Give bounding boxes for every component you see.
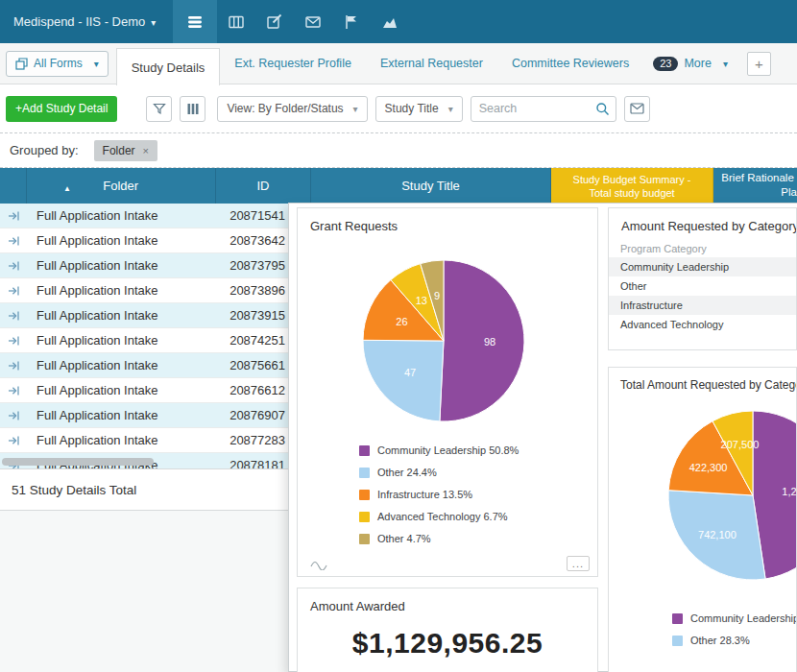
open-record-icon[interactable] <box>0 210 27 222</box>
tab-external-requester[interactable]: External Requester <box>366 43 497 84</box>
svg-text:207,500: 207,500 <box>721 439 760 450</box>
grouped-by-label: Grouped by: <box>10 143 79 157</box>
columns-button[interactable] <box>180 96 205 122</box>
compose-icon[interactable] <box>255 0 294 43</box>
funnel-icon <box>153 103 166 115</box>
tab-committee-reviewers[interactable]: Committee Reviewers <box>497 43 643 84</box>
legend-item: Advanced Technology 6.7% <box>359 511 597 522</box>
open-record-icon[interactable] <box>0 385 27 396</box>
open-record-icon[interactable] <box>0 310 27 322</box>
chart-legend: Community Leadership 47.6%Other 28.3% <box>672 612 796 646</box>
cell-folder: Full Application Intake <box>27 283 216 298</box>
cell-folder: Full Application Intake <box>27 333 216 348</box>
svg-text:742,100: 742,100 <box>698 529 737 540</box>
amount-requested-card: Amount Requested by Category Program Cat… <box>608 207 797 350</box>
open-record-icon[interactable] <box>0 360 27 372</box>
legend-swatch <box>359 534 370 544</box>
group-chip-folder[interactable]: Folder × <box>94 140 157 161</box>
tab-ext-requester-profile[interactable]: Ext. Requester Profile <box>220 43 366 84</box>
open-record-icon[interactable] <box>0 235 27 247</box>
category-row[interactable]: Infrastructure <box>609 296 796 315</box>
more-tabs-button[interactable]: 23 More <box>643 43 737 84</box>
app-window: Medispend - IIS - Demo <box>0 0 797 672</box>
forms-icon <box>15 58 28 70</box>
open-record-icon[interactable] <box>0 335 27 347</box>
category-row[interactable]: Community Leadership <box>609 257 796 276</box>
svg-text:47: 47 <box>404 367 416 378</box>
filter-button[interactable] <box>146 96 172 122</box>
chevron-down-icon <box>351 102 358 115</box>
open-record-icon[interactable] <box>0 285 27 297</box>
mail-merge-button[interactable] <box>624 96 650 122</box>
grant-requests-card: Grant Requests 984726139 Community Leade… <box>297 207 598 577</box>
remove-group-icon[interactable]: × <box>143 145 149 156</box>
total-amount-pie-chart: 1,247,500742,100422,300207,500 <box>609 396 797 591</box>
svg-text:13: 13 <box>416 295 427 306</box>
add-study-detail-button[interactable]: +Add Study Detail <box>6 96 117 122</box>
card-title: Grant Requests <box>298 208 597 239</box>
app-menu[interactable]: Medispend - IIS - Demo <box>0 0 169 43</box>
legend-item: Infrastructure 13.5% <box>359 489 597 500</box>
grid-footer: 51 Study Details Total <box>0 468 290 511</box>
header-folder[interactable]: Folder <box>27 168 216 204</box>
layout-columns-icon[interactable] <box>217 0 255 43</box>
header-id[interactable]: ID <box>216 168 312 204</box>
search-icon[interactable] <box>595 102 610 116</box>
sparkline-icon[interactable] <box>309 557 338 570</box>
chevron-down-icon <box>88 57 99 70</box>
open-record-icon[interactable] <box>0 260 27 272</box>
view-dropdown[interactable]: View: By Folder/Status <box>217 96 367 122</box>
legend-item: Other 4.7% <box>359 533 597 544</box>
cell-folder: Full Application Intake <box>27 258 216 273</box>
mail-icon[interactable] <box>294 0 332 43</box>
header-brief-rationale[interactable]: Brief Rationale Pla <box>713 168 797 204</box>
svg-text:1,247,500: 1,247,500 <box>782 486 797 497</box>
horizontal-scrollbar[interactable] <box>0 457 290 467</box>
legend-swatch <box>672 613 683 624</box>
chevron-down-icon <box>447 102 453 115</box>
search-box <box>471 96 616 122</box>
category-row[interactable]: Other <box>609 276 796 296</box>
svg-text:98: 98 <box>484 336 495 348</box>
card-title: Amount Requested by Category <box>609 208 796 239</box>
chart-legend: Community Leadership 50.8%Other 24.4%Inf… <box>359 444 597 544</box>
flag-icon[interactable] <box>332 0 371 43</box>
open-record-icon[interactable] <box>0 435 27 446</box>
chart-icon[interactable] <box>371 0 409 43</box>
top-nav-icons <box>173 0 409 43</box>
tab-strip: Study DetailsExt. Requester ProfileExter… <box>116 43 643 84</box>
app-title: Medispend - IIS - Demo <box>13 14 145 29</box>
category-list: Community LeadershipOtherInfrastructureA… <box>609 257 796 334</box>
amount-awarded-value: $1,129,956.25 <box>298 627 597 660</box>
table-header: Folder ID Study Title Study Budget Summa… <box>0 168 797 204</box>
grouping-bar: Grouped by: Folder × <box>0 132 797 168</box>
card-footer: ... <box>309 556 590 571</box>
header-study-title[interactable]: Study Title <box>311 168 550 204</box>
search-input[interactable] <box>471 102 595 115</box>
add-tab-button[interactable]: + <box>747 52 771 76</box>
card-options-button[interactable]: ... <box>567 556 590 571</box>
scrollbar-thumb[interactable] <box>2 458 154 466</box>
card-title: Amount Awarded <box>298 588 597 619</box>
amount-awarded-card: Amount Awarded $1,129,956.25 <box>297 588 598 672</box>
all-forms-button[interactable]: All Forms <box>6 51 109 77</box>
open-record-icon[interactable] <box>0 410 27 421</box>
search-field-dropdown[interactable]: Study Title <box>375 96 463 122</box>
dashboard-panel: Grant Requests 984726139 Community Leade… <box>288 203 797 672</box>
category-row[interactable]: Advanced Technology <box>609 315 796 334</box>
cell-folder: Full Application Intake <box>27 358 216 372</box>
cell-folder: Full Application Intake <box>27 383 216 397</box>
chevron-down-icon <box>145 14 156 29</box>
forms-stack-icon[interactable] <box>173 0 217 43</box>
legend-swatch <box>359 512 370 522</box>
grant-requests-pie-chart: 984726139 <box>298 245 597 439</box>
category-column-header[interactable]: Program Category <box>609 239 796 257</box>
tab-study-details[interactable]: Study Details <box>116 48 221 85</box>
header-study-budget[interactable]: Study Budget Summary - Total study budge… <box>551 168 714 204</box>
legend-swatch <box>359 445 370 456</box>
grid-toolbar: +Add Study Detail View: By Folder/Status… <box>0 84 797 132</box>
envelope-icon <box>630 103 644 114</box>
row-count-label: 51 Study Details Total <box>12 483 136 497</box>
sort-ascending-icon[interactable] <box>63 179 71 193</box>
total-amount-card: Total Amount Requested by Category 1,247… <box>608 367 797 672</box>
